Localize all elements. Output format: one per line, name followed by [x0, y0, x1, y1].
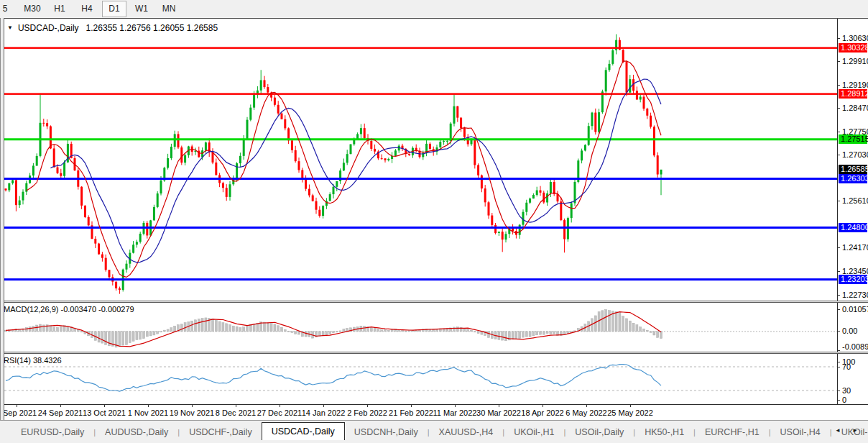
macd-pane[interactable]: MACD(12,26,9) -0.003470 -0.000279 0.0105… — [0, 303, 868, 352]
window-left-frame — [0, 18, 4, 420]
macd-label: MACD(12,26,9) -0.003470 -0.000279 — [4, 305, 134, 314]
price-level-badge: 1.28912 — [839, 89, 867, 99]
time-tick-label: 6 May 2022 — [565, 408, 606, 417]
price-axis[interactable]: 1.306301.299101.291901.284701.277501.270… — [837, 19, 868, 301]
macd-tick-mark — [838, 309, 840, 310]
time-tick-mark — [586, 405, 587, 407]
price-tick-mark — [838, 132, 840, 132]
price-tick-mark — [838, 295, 840, 296]
price-tick-label: 1.28470 — [842, 104, 868, 113]
rsi-pane[interactable]: RSI(14) 38.4326 10070300 — [0, 354, 868, 404]
timeframe-button-h1[interactable]: H1 — [47, 1, 72, 17]
price-tick-mark — [838, 61, 840, 62]
chart-tab-bar: EURUSD-,Daily|AUDUSD-,Daily|USDCHF-,Dail… — [0, 420, 868, 443]
price-level-badge: 1.30328 — [839, 43, 867, 52]
current-price-badge: 1.26585 — [839, 165, 867, 174]
price-level-badge: 1.27515 — [839, 134, 867, 144]
time-tick-label: 25 May 2022 — [607, 408, 653, 417]
rsi-label: RSI(14) 38.4326 — [4, 356, 62, 365]
price-tick-mark — [838, 155, 840, 155]
tab-audusd-daily[interactable]: AUDUSD-,Daily — [96, 424, 177, 440]
price-level-badge: 1.23203 — [839, 275, 867, 284]
pane-separator-2[interactable] — [0, 352, 868, 354]
time-tick-mark — [192, 405, 193, 407]
timeframe-button-mn[interactable]: MN — [157, 1, 181, 17]
chart-ohlc-values: 1.26355 1.26756 1.26055 1.26585 — [86, 23, 218, 33]
tab-usoil-h4[interactable]: USOil-,H4 — [771, 424, 830, 440]
chart-window: ▼USDCAD-,Daily1.26355 1.26756 1.26055 1.… — [0, 18, 868, 420]
time-tick-mark — [542, 405, 543, 407]
time-tick-label: 2 Feb 2022 — [347, 408, 387, 417]
tab-hk50-h1[interactable]: HK50-,H1 — [635, 424, 693, 440]
chart-title: ▼USDCAD-,Daily1.26355 1.26756 1.26055 1.… — [7, 23, 218, 33]
rsi-tick-mark — [838, 400, 840, 401]
time-tick-mark — [455, 405, 456, 407]
price-tick-label: 1.29190 — [842, 81, 868, 90]
timeframe-button-h4[interactable]: H4 — [75, 1, 99, 17]
timeframe-button-d1[interactable]: D1 — [102, 1, 126, 17]
time-tick-label: 21 Feb 2022 — [389, 408, 433, 417]
tab-ukoil-h1[interactable]: UKOil-,H1 — [504, 424, 563, 440]
rsi-tick-label: 70 — [842, 362, 851, 372]
price-tick-mark — [838, 247, 840, 248]
time-tick-label: 1 Nov 2021 — [128, 408, 168, 417]
time-tick-label: 14 Jan 2022 — [302, 408, 346, 417]
time-tick-label: 19 Nov 2021 — [170, 408, 214, 417]
macd-tick-label: 0.010578 — [842, 305, 868, 314]
tab-usoil-daily[interactable]: USOil-,Daily — [565, 424, 633, 440]
time-tick-label: 13 Oct 2021 — [83, 408, 126, 417]
time-tick-label: 27 Dec 2021 — [257, 408, 302, 417]
macd-tick-mark — [838, 331, 840, 332]
macd-axis: 0.0105780.00-0.00896 — [837, 303, 868, 352]
time-axis[interactable]: 6 Sep 202124 Sep 202113 Oct 20211 Nov 20… — [0, 404, 868, 420]
price-chart-canvas[interactable] — [0, 19, 838, 301]
price-tick-mark — [838, 85, 840, 86]
chart-symbol-label: USDCAD-,Daily — [18, 23, 79, 33]
tab-usdcad-daily[interactable]: USDCAD-,Daily — [262, 422, 345, 440]
time-tick-mark — [104, 405, 105, 407]
time-tick-mark — [499, 405, 499, 407]
price-tick-mark — [838, 38, 840, 39]
time-tick-mark — [236, 405, 236, 407]
macd-tick-mark — [838, 350, 840, 351]
time-tick-mark — [630, 405, 631, 407]
price-tick-label: 1.25610 — [842, 196, 868, 206]
price-level-badge: 1.24800 — [839, 223, 867, 232]
price-tick-label: 1.27030 — [842, 150, 868, 160]
time-tick-label: 6 Sep 2021 — [0, 408, 37, 417]
time-tick-label: 24 Sep 2021 — [38, 408, 83, 417]
tab-eurusd-daily[interactable]: EURUSD-,Daily — [11, 424, 93, 440]
time-tick-mark — [280, 405, 280, 407]
rsi-axis: 10070300 — [837, 354, 868, 404]
time-tick-mark — [367, 405, 368, 407]
timeframe-button-5[interactable]: 5 — [0, 1, 17, 17]
timeframe-button-w1[interactable]: W1 — [129, 1, 154, 17]
rsi-tick-label: 30 — [842, 386, 851, 396]
timeframe-button-m30[interactable]: M30 — [20, 1, 45, 17]
rsi-chart-canvas[interactable] — [0, 354, 838, 404]
time-tick-label: 30 Mar 2022 — [476, 408, 521, 417]
chart-window-border — [0, 18, 868, 19]
tab-xauusd-h4[interactable]: XAUUSD-,H4 — [430, 424, 503, 440]
price-pane[interactable]: ▼USDCAD-,Daily1.26355 1.26756 1.26055 1.… — [0, 19, 868, 301]
time-tick-mark — [148, 405, 149, 407]
chart-dropdown-icon[interactable]: ▼ — [7, 24, 13, 31]
tab-scroll-right-icon[interactable]: ► — [852, 427, 858, 434]
price-level-badge: 1.26303 — [839, 174, 867, 183]
rsi-tick-mark — [838, 362, 840, 362]
price-tick-mark — [838, 271, 840, 272]
rsi-tick-label: 0 — [842, 396, 846, 404]
tab-usdchf-daily[interactable]: USDCHF-,Daily — [180, 424, 262, 440]
tab-eurchf-h1[interactable]: EURCHF-,H1 — [696, 424, 769, 440]
price-tick-label: 1.29910 — [842, 57, 868, 66]
time-tick-label: 8 Dec 2021 — [216, 408, 256, 417]
time-tick-mark — [323, 405, 324, 407]
tab-usdcnh-daily[interactable]: USDCNH-,Daily — [345, 424, 428, 440]
pane-separator-1[interactable] — [0, 301, 868, 303]
time-tick-mark — [17, 405, 17, 407]
price-tick-mark — [838, 201, 840, 201]
macd-tick-label: 0.00 — [842, 326, 857, 336]
price-tick-label: 1.22730 — [842, 291, 868, 300]
time-tick-mark — [60, 405, 61, 407]
tab-scroll-left-icon[interactable]: ◄ — [835, 427, 841, 434]
